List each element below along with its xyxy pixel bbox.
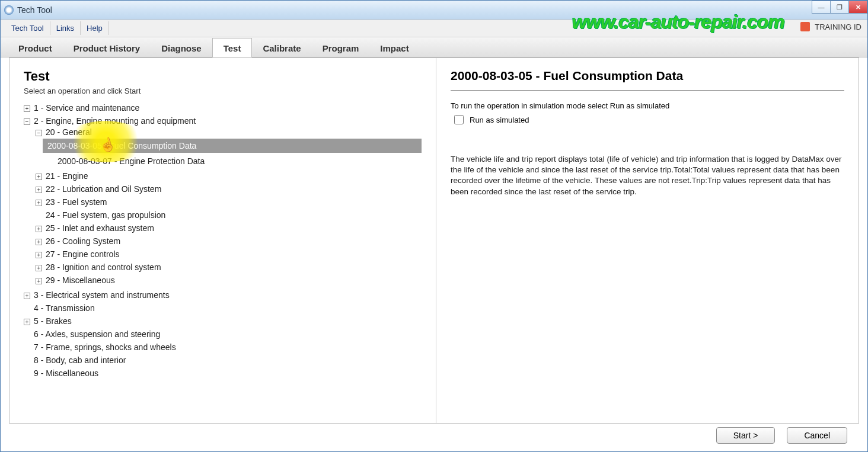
main-tabs: Product Product History Diagnose Test Ca…	[1, 37, 867, 57]
tab-impact[interactable]: Impact	[369, 39, 419, 57]
footer-bar: Start > Cancel	[9, 423, 859, 447]
operation-tree-pane: Test Select an operation and click Start…	[9, 58, 436, 430]
operation-tree[interactable]: +1 - Service and maintenance −2 - Engine…	[24, 101, 422, 380]
tree-node-22[interactable]: +22 - Lubrication and Oil System	[36, 182, 422, 195]
tree-node-5[interactable]: +5 - Brakes	[24, 315, 422, 328]
titlebar: Tech Tool — ❐ ✕	[1, 1, 867, 20]
menu-links[interactable]: Links	[50, 21, 81, 35]
tree-node-1[interactable]: +1 - Service and maintenance	[24, 101, 422, 114]
app-window: Tech Tool — ❐ ✕ www.car-auto-repair.com …	[0, 0, 868, 452]
detail-heading: 2000-08-03-05 - Fuel Consumption Data	[451, 69, 844, 83]
menubar: Tech Tool Links Help TRAINING ID	[1, 20, 867, 37]
minimize-button[interactable]: —	[812, 1, 831, 14]
tree-node-7[interactable]: 7 - Frame, springs, shocks and wheels	[24, 341, 422, 354]
expand-icon[interactable]: +	[36, 252, 42, 258]
expand-icon[interactable]: +	[24, 319, 30, 325]
tab-product[interactable]: Product	[8, 39, 63, 57]
expand-icon[interactable]: +	[36, 239, 42, 245]
expand-icon[interactable]: +	[36, 187, 42, 193]
expand-icon[interactable]: +	[36, 265, 42, 271]
close-button[interactable]: ✕	[848, 1, 867, 14]
expand-icon[interactable]: +	[24, 293, 30, 299]
tree-node-27[interactable]: +27 - Engine controls	[36, 248, 422, 261]
restore-button[interactable]: ❐	[830, 1, 849, 14]
menu-help[interactable]: Help	[81, 21, 109, 35]
tree-node-4[interactable]: 4 - Transmission	[24, 302, 422, 315]
tree-node-2[interactable]: −2 - Engine, Engine mounting and equipme…	[24, 114, 422, 288]
run-simulated-row: Run as simulated	[454, 115, 844, 124]
tree-leaf-engine-protection[interactable]: 2000-08-03-07 - Engine Protection Data	[47, 155, 422, 168]
tree-leaf-fuel-consumption[interactable]: 2000-08-03-05 - Fuel Consumption Data	[47, 137, 422, 155]
run-simulated-checkbox[interactable]	[454, 115, 464, 124]
page-subtitle: Select an operation and click Start	[24, 86, 422, 95]
tree-node-23[interactable]: +23 - Fuel system	[36, 195, 422, 209]
tab-diagnose[interactable]: Diagnose	[151, 39, 212, 57]
page-title: Test	[24, 69, 422, 84]
tree-node-24[interactable]: 24 - Fuel system, gas propulsion	[36, 209, 422, 222]
tab-program[interactable]: Program	[312, 39, 370, 57]
window-controls: — ❐ ✕	[812, 1, 867, 14]
training-indicator: TRAINING ID	[800, 22, 861, 31]
collapse-icon[interactable]: −	[24, 118, 30, 125]
expand-icon[interactable]: +	[36, 278, 42, 284]
tab-test[interactable]: Test	[212, 38, 253, 57]
collapse-icon[interactable]: −	[36, 130, 42, 136]
expand-icon[interactable]: +	[24, 105, 30, 112]
menu-techtool[interactable]: Tech Tool	[5, 21, 50, 35]
tab-product-history[interactable]: Product History	[63, 39, 151, 57]
training-icon	[800, 22, 810, 31]
tree-node-8[interactable]: 8 - Body, cab and interior	[24, 354, 422, 367]
detail-pane: 2000-08-03-05 - Fuel Consumption Data To…	[436, 58, 859, 430]
tree-node-26[interactable]: +26 - Cooling System	[36, 235, 422, 248]
operation-description: The vehicle life and trip report display…	[451, 154, 844, 197]
start-button[interactable]: Start >	[716, 427, 776, 444]
content-area: Test Select an operation and click Start…	[9, 57, 859, 431]
tree-node-3[interactable]: +3 - Electrical system and instruments	[24, 288, 422, 302]
tree-node-21[interactable]: +21 - Engine	[36, 169, 422, 182]
cancel-button[interactable]: Cancel	[787, 427, 847, 444]
expand-icon[interactable]: +	[36, 200, 42, 206]
tree-node-28[interactable]: +28 - Ignition and control system	[36, 261, 422, 274]
tree-node-6[interactable]: 6 - Axles, suspension and steering	[24, 328, 422, 341]
tree-node-29[interactable]: +29 - Miscellaneous	[36, 274, 422, 287]
tree-node-25[interactable]: +25 - Inlet and exhaust system	[36, 222, 422, 235]
expand-icon[interactable]: +	[36, 226, 42, 232]
tab-calibrate[interactable]: Calibrate	[252, 39, 311, 57]
training-id-label: TRAINING ID	[815, 23, 861, 31]
simulation-instruction: To run the operation in simulation mode …	[451, 101, 844, 110]
app-icon	[4, 5, 14, 15]
tree-node-9[interactable]: 9 - Miscellaneous	[24, 367, 422, 380]
tree-node-20[interactable]: −20 - General 2000-08-03-05 - Fuel Consu…	[36, 126, 422, 169]
window-title: Tech Tool	[17, 5, 52, 15]
expand-icon[interactable]: +	[36, 174, 42, 180]
run-simulated-label: Run as simulated	[470, 116, 529, 124]
divider	[451, 90, 844, 91]
